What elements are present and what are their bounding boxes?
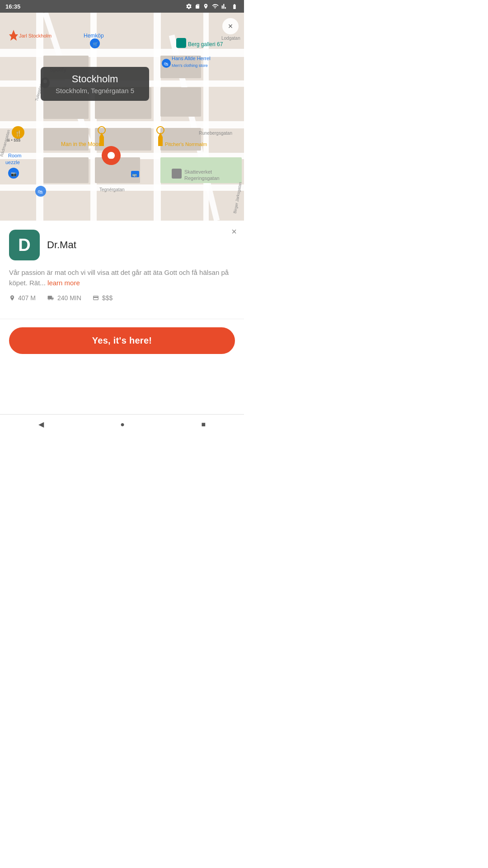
cta-container: Yes, it's here!: [0, 319, 244, 362]
svg-text:📷: 📷: [11, 171, 17, 177]
map-background: Runebergsgatan Tegnérgatan Rådmansgatan …: [0, 13, 244, 221]
delivery-icon: [47, 295, 55, 301]
status-time: 16:35: [5, 3, 20, 10]
svg-text:Lodgatan: Lodgatan: [221, 36, 240, 41]
svg-text:Hemköp: Hemköp: [84, 33, 104, 39]
svg-text:🚌: 🚌: [132, 172, 137, 177]
restaurant-panel: × D Dr.Mat Vår passion är mat och vi vil…: [0, 221, 244, 414]
settings-icon: [186, 3, 192, 9]
panel-close-button[interactable]: ×: [231, 227, 237, 236]
restaurant-logo-letter: D: [18, 236, 30, 255]
svg-text:🍴: 🍴: [15, 130, 22, 137]
svg-text:Room: Room: [8, 153, 21, 158]
status-bar: 16:35: [0, 0, 244, 13]
svg-text:ai • $$$: ai • $$$: [7, 138, 20, 142]
svg-text:Hans Allde Herrel: Hans Allde Herrel: [172, 56, 211, 61]
restaurant-header: D Dr.Mat: [9, 230, 235, 260]
distance-value: 407 M: [18, 294, 36, 302]
svg-text:Berg galleri 67: Berg galleri 67: [188, 41, 223, 47]
svg-rect-21: [43, 157, 89, 183]
nav-bar: ◀ ● ■: [0, 414, 244, 434]
panel-inner: × D Dr.Mat Vår passion är mat och vi vil…: [0, 221, 244, 311]
restaurant-logo: D: [9, 230, 40, 260]
location-icon: [9, 295, 15, 301]
delivery-time-value: 240 MIN: [57, 294, 81, 302]
tooltip-address: Stockholm, Tegnérgatan 5: [51, 87, 139, 94]
status-icons: [186, 3, 239, 9]
home-button[interactable]: ●: [117, 418, 127, 431]
svg-rect-19: [160, 128, 201, 151]
map-container[interactable]: Runebergsgatan Tegnérgatan Rådmansgatan …: [0, 13, 244, 221]
delivery-time-item: 240 MIN: [47, 294, 81, 302]
battery-icon: [230, 4, 239, 9]
description-text: Vår passion är mat och vi vill visa att …: [9, 269, 229, 287]
svg-text:Men's clothing store: Men's clothing store: [172, 63, 208, 68]
distance-item: 407 M: [9, 294, 36, 302]
svg-rect-18: [160, 87, 201, 117]
svg-point-64: [108, 152, 115, 159]
svg-rect-49: [172, 169, 182, 179]
confirm-location-button[interactable]: Yes, it's here!: [9, 327, 235, 354]
svg-text:🛍: 🛍: [164, 61, 169, 66]
map-location-tooltip: Stockholm Stockholm, Tegnérgatan 5: [41, 67, 149, 101]
map-close-button[interactable]: ×: [222, 18, 239, 34]
svg-text:🛒: 🛒: [93, 41, 99, 47]
svg-rect-37: [176, 38, 186, 48]
sdcard-icon: [195, 3, 200, 9]
svg-rect-8: [154, 13, 161, 221]
learn-more-link[interactable]: learn more: [47, 279, 80, 287]
svg-text:Skatteverket: Skatteverket: [184, 169, 212, 175]
svg-text:Runebergsgatan: Runebergsgatan: [199, 131, 232, 136]
wifi-icon: [211, 3, 219, 9]
svg-text:🛍: 🛍: [38, 189, 43, 194]
price-icon: [92, 295, 99, 301]
svg-text:Pitcher's Norrmalm: Pitcher's Norrmalm: [165, 142, 207, 147]
price-item: $$$: [92, 294, 113, 302]
signal-icon: [221, 3, 228, 9]
svg-text:Tegnérgatan: Tegnérgatan: [99, 187, 125, 192]
restaurant-meta: 407 M 240 MIN $$$: [9, 294, 235, 302]
tooltip-city: Stockholm: [51, 73, 139, 85]
map-pin: [102, 146, 121, 173]
price-value: $$$: [102, 294, 113, 302]
location-status-icon: [203, 3, 209, 9]
svg-text:Jarl Stockholm: Jarl Stockholm: [19, 33, 52, 38]
back-button[interactable]: ◀: [36, 417, 47, 431]
recent-button[interactable]: ■: [199, 418, 209, 431]
restaurant-description: Vår passion är mat och vi vill visa att …: [9, 268, 235, 288]
svg-text:uezzle: uezzle: [5, 160, 20, 165]
restaurant-name: Dr.Mat: [47, 239, 76, 251]
svg-text:Regeringsgatan: Regeringsgatan: [184, 175, 220, 181]
svg-text:Man in the Moon: Man in the Moon: [61, 141, 101, 147]
